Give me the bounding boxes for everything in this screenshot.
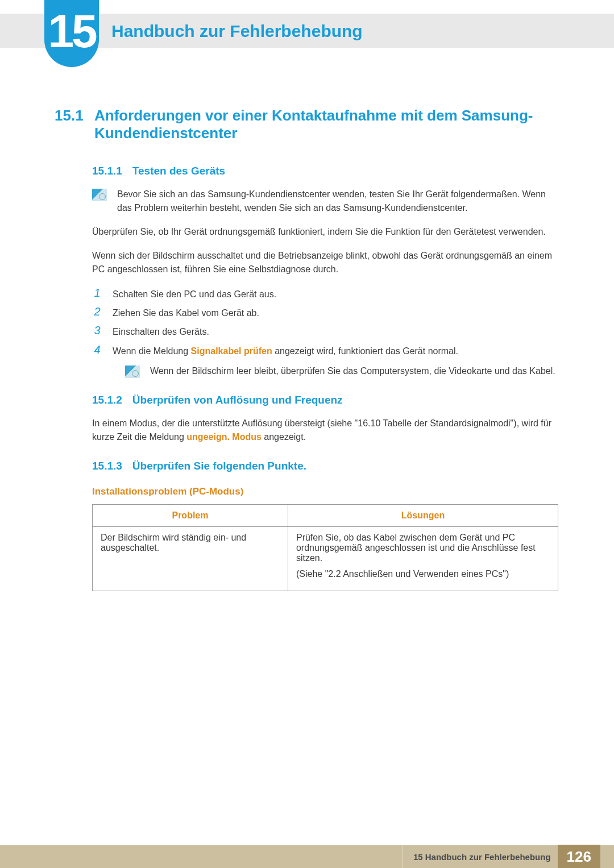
subsection-number: 15.1.2 [92, 394, 122, 406]
note-block: Bevor Sie sich an das Samsung-Kundendien… [55, 188, 559, 215]
step4-pre: Wenn die Meldung [113, 346, 191, 356]
step-number: 2 [92, 305, 102, 318]
step-text: Wenn die Meldung Signalkabel prüfen ange… [113, 343, 458, 359]
note-text: Bevor Sie sich an das Samsung-Kundendien… [117, 188, 559, 215]
page-footer: 15 Handbuch zur Fehlerbehebung 126 [0, 845, 614, 868]
table-row: Der Bildschirm wird ständig ein- und aus… [93, 526, 558, 591]
page-number: 126 [558, 845, 600, 869]
step4-orange: Signalkabel prüfen [191, 346, 272, 356]
note-icon [125, 366, 140, 378]
subsection-title: Überprüfen Sie folgenden Punkte. [132, 460, 306, 472]
step-number: 4 [92, 343, 102, 356]
subsection-heading: 15.1.1Testen des Geräts [55, 165, 559, 177]
note-text: Wenn der Bildschirm leer bleibt, überprü… [150, 364, 555, 378]
page-content: 15.1 Anforderungen vor einer Kontaktaufn… [55, 107, 559, 591]
section-title: Anforderungen vor einer Kontaktaufnahme … [94, 107, 559, 142]
cell-problem: Der Bildschirm wird ständig ein- und aus… [93, 526, 288, 591]
topic-heading: Installationsproblem (PC-Modus) [55, 486, 559, 497]
step-text: Ziehen Sie das Kabel vom Gerät ab. [113, 305, 259, 321]
p-pre: In einem Modus, der die unterstützte Auf… [92, 418, 551, 442]
footer-divider [403, 845, 403, 868]
subsection-number: 15.1.3 [92, 460, 122, 472]
chapter-number: 15 [48, 5, 95, 58]
p-post: angezeigt. [262, 432, 306, 442]
step-list: 1 Schalten Sie den PC und das Gerät aus.… [55, 286, 559, 359]
step-item: 2 Ziehen Sie das Kabel vom Gerät ab. [92, 305, 559, 321]
step-item: 4 Wenn die Meldung Signalkabel prüfen an… [92, 343, 559, 359]
solution-ref: (Siehe "2.2 Anschließen und Verwenden ei… [296, 569, 550, 579]
troubleshooting-table: Problem Lösungen Der Bildschirm wird stä… [92, 504, 558, 591]
step-text: Schalten Sie den PC und das Gerät aus. [113, 286, 276, 302]
table-header-row: Problem Lösungen [93, 504, 558, 526]
paragraph: Überprüfen Sie, ob Ihr Gerät ordnungsgem… [55, 225, 559, 239]
subsection-title: Testen des Geräts [132, 165, 225, 177]
paragraph: Wenn sich der Bildschirm ausschaltet und… [55, 249, 559, 276]
col-solution: Lösungen [288, 504, 558, 526]
paragraph: In einem Modus, der die unterstützte Auf… [55, 417, 559, 444]
subsection-title: Überprüfen von Auflösung und Frequenz [132, 394, 343, 406]
solution-text: Prüfen Sie, ob das Kabel zwischen dem Ge… [296, 533, 550, 563]
footer-label: 15 Handbuch zur Fehlerbehebung [413, 852, 551, 862]
subsection-number: 15.1.1 [92, 165, 122, 177]
section-heading: 15.1 Anforderungen vor einer Kontaktaufn… [55, 107, 559, 142]
chapter-title: Handbuch zur Fehlerbehebung [111, 22, 363, 41]
step-number: 3 [92, 324, 102, 337]
p-orange: ungeeign. Modus [186, 432, 262, 442]
step-text: Einschalten des Geräts. [113, 324, 209, 339]
note-icon [92, 189, 107, 201]
step-item: 3 Einschalten des Geräts. [92, 324, 559, 339]
cell-solution: Prüfen Sie, ob das Kabel zwischen dem Ge… [288, 526, 558, 591]
step4-post: angezeigt wird, funktioniert das Gerät n… [272, 346, 458, 356]
chapter-badge: 15 [44, 0, 99, 67]
step-item: 1 Schalten Sie den PC und das Gerät aus. [92, 286, 559, 302]
subsection-heading: 15.1.2Überprüfen von Auflösung und Frequ… [55, 394, 559, 406]
subsection-heading: 15.1.3Überprüfen Sie folgenden Punkte. [55, 460, 559, 472]
step-number: 1 [92, 286, 102, 300]
section-number: 15.1 [55, 107, 89, 124]
note-block: Wenn der Bildschirm leer bleibt, überprü… [55, 364, 559, 378]
col-problem: Problem [93, 504, 288, 526]
